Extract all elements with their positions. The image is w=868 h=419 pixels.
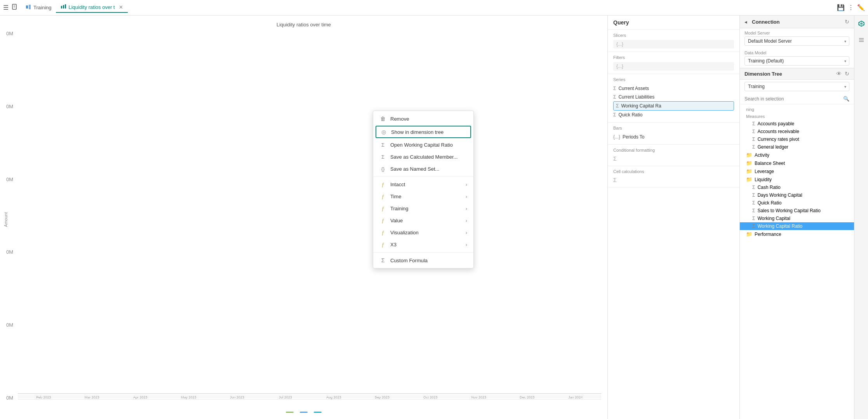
data-model-field: Data Model Training (Default) ▾ — [740, 48, 854, 68]
x-label-apr: Apr 2023 — [118, 395, 163, 399]
tree-currency-rates-pivot[interactable]: Σ Currency rates pivot — [740, 135, 854, 143]
tree-performance[interactable]: 📁 Performance — [740, 230, 854, 238]
model-server-wrapper: Default Model Server ▾ — [744, 36, 849, 46]
x-label-jan: Jan 2024 — [553, 395, 598, 399]
ctx-save-calc[interactable]: Σ Save as Calculated Member... — [373, 151, 473, 163]
tree-cash-ratio[interactable]: Σ Cash Ratio — [740, 184, 854, 191]
dim-tree-hide-icon[interactable]: 👁 — [836, 71, 842, 77]
series-working-capital[interactable]: Σ Working Capital Ra — [613, 101, 734, 111]
ctx-show-dim-tree[interactable]: ◎ Show in dimension tree — [376, 126, 471, 138]
tree-working-capital[interactable]: Σ Working Capital — [740, 215, 854, 222]
ctx-named-set-label: Save as Named Set... — [390, 166, 467, 172]
cond-format-label: Conditional formatting — [613, 148, 734, 152]
tree-measure-icon-sales: Σ — [752, 208, 755, 213]
tree-label-accounts-payable: Accounts payable — [757, 121, 794, 126]
topbar-right: 💾 ⋮ ✏️ — [837, 4, 865, 11]
bars-label-item: Periods To — [623, 134, 644, 140]
ctx-training[interactable]: ƒ Training › — [373, 203, 473, 215]
series-label: Series — [613, 77, 734, 82]
ctx-training-label: Training — [390, 206, 462, 211]
ctx-open-wc-ratio[interactable]: Σ Open Working Capital Ratio — [373, 139, 473, 151]
tree-general-ledger[interactable]: Σ General ledger — [740, 143, 854, 151]
model-server-select[interactable]: Default Model Server — [744, 36, 849, 46]
tree-working-capital-ratio[interactable]: Σ Working Capital Ratio — [740, 222, 854, 230]
ctx-intacct[interactable]: ƒ Intacct › — [373, 178, 473, 190]
tree-activity[interactable]: 📁 Activity — [740, 151, 854, 159]
ctx-time-arrow: › — [466, 194, 467, 199]
series-quick-ratio[interactable]: Σ Quick Ratio — [613, 111, 734, 119]
chart-title: Liquidity ratios over time — [6, 22, 601, 28]
ctx-value-arrow: › — [466, 218, 467, 223]
search-input[interactable] — [744, 96, 841, 102]
tab-chart[interactable]: Liquidity ratios over t ✕ — [56, 2, 127, 13]
ctx-visualization[interactable]: ƒ Visualization › — [373, 227, 473, 239]
tab-close-icon[interactable]: ✕ — [119, 4, 123, 10]
x-label-may: May 2023 — [166, 395, 212, 399]
edit-icon[interactable]: ✏️ — [857, 4, 865, 11]
tree-days-working-capital[interactable]: Σ Days Working Capital — [740, 191, 854, 199]
save-icon[interactable]: 💾 — [837, 4, 845, 11]
ctx-intacct-label: Intacct — [390, 182, 462, 187]
data-model-select[interactable]: Training (Default) — [744, 56, 849, 66]
cell-calc-label: Cell calculations — [613, 169, 734, 174]
ctx-custom-formula[interactable]: Σ Custom Formula — [373, 254, 473, 267]
tree-measure-icon-wc: Σ — [752, 216, 755, 221]
slicers-label: Slicers — [613, 33, 734, 38]
tree-liquidity[interactable]: 📁 Liquidity — [740, 175, 854, 184]
tree-sales-to-wc-ratio[interactable]: Σ Sales to Working Capital Ratio — [740, 207, 854, 215]
dim-tree-select[interactable]: Training — [744, 82, 849, 91]
search-icon[interactable]: 🔍 — [843, 96, 849, 102]
y-label-4: 0M — [6, 322, 13, 328]
svg-rect-4 — [29, 5, 31, 9]
ctx-remove[interactable]: 🗑 Remove — [373, 113, 473, 125]
connection-refresh-icon[interactable]: ↻ — [845, 19, 849, 25]
tab-chart-label: Liquidity ratios over t — [68, 4, 115, 10]
bars-section: Bars {...} Periods To — [608, 123, 739, 145]
x-label-dec: Dec 2023 — [504, 395, 550, 399]
ctx-time[interactable]: ƒ Time › — [373, 190, 473, 203]
tab-training[interactable]: Training — [21, 3, 56, 12]
tree-leverage[interactable]: 📁 Leverage — [740, 167, 854, 175]
tree-balance-sheet[interactable]: 📁 Balance Sheet — [740, 159, 854, 167]
ctx-remove-icon: 🗑 — [379, 116, 386, 122]
y-label-3: 0M — [6, 249, 13, 255]
series-icon-1: Σ — [613, 94, 616, 100]
x-label-jun: Jun 2023 — [214, 395, 260, 399]
tree-accounts-receivable[interactable]: Σ Accounts receivable — [740, 128, 854, 135]
tree-label-performance: Performance — [755, 232, 781, 237]
hamburger-icon[interactable]: ☰ — [3, 4, 9, 11]
side-icon-list[interactable] — [856, 35, 866, 47]
ctx-x3[interactable]: ƒ X3 › — [373, 239, 473, 251]
tree-label-leverage: Leverage — [755, 169, 774, 174]
legend-dot-1 — [300, 412, 308, 413]
slicers-placeholder[interactable]: {...} — [613, 40, 734, 48]
connection-panel: ◂ Connection ↻ Model Server Default Mode… — [739, 16, 854, 419]
ctx-divider-1 — [373, 177, 473, 177]
ctx-formula-label: Custom Formula — [390, 258, 467, 263]
legend-item-2 — [314, 412, 322, 413]
more-options-icon[interactable]: ⋮ — [848, 4, 854, 11]
x-label-aug: Aug 2023 — [311, 395, 357, 399]
bars-periods[interactable]: {...} Periods To — [613, 133, 734, 141]
tree-folder-icon-activity: 📁 — [746, 152, 752, 158]
bars-label: Bars — [613, 126, 734, 130]
connection-chevron-icon: ◂ — [744, 19, 747, 25]
tree-label-sales-wc: Sales to Working Capital Ratio — [757, 208, 821, 213]
ctx-save-named-set[interactable]: {} Save as Named Set... — [373, 163, 473, 175]
tree-accounts-payable[interactable]: Σ Accounts payable — [740, 120, 854, 128]
ctx-viz-label: Visualization — [390, 230, 462, 235]
chart-area: Liquidity ratios over time Amount 0M 0M … — [0, 16, 607, 419]
tree-quick-ratio[interactable]: Σ Quick Ratio — [740, 199, 854, 207]
side-icon-cube[interactable] — [856, 19, 866, 30]
dim-tree-refresh-icon[interactable]: ↻ — [845, 71, 849, 77]
ctx-value[interactable]: ƒ Value › — [373, 215, 473, 227]
filters-placeholder[interactable]: {...} — [613, 62, 734, 71]
ctx-viz-arrow: › — [466, 230, 467, 235]
tree-measure-icon-wcr: Σ — [752, 223, 755, 229]
legend-dot-2 — [314, 412, 322, 413]
series-current-assets[interactable]: Σ Current Assets — [613, 84, 734, 93]
new-file-icon[interactable] — [12, 4, 18, 12]
tree-label-working-capital: Working Capital — [757, 216, 790, 221]
ctx-wc-label: Open Working Capital Ratio — [390, 142, 467, 148]
series-current-liabilities[interactable]: Σ Current Liabilities — [613, 93, 734, 101]
